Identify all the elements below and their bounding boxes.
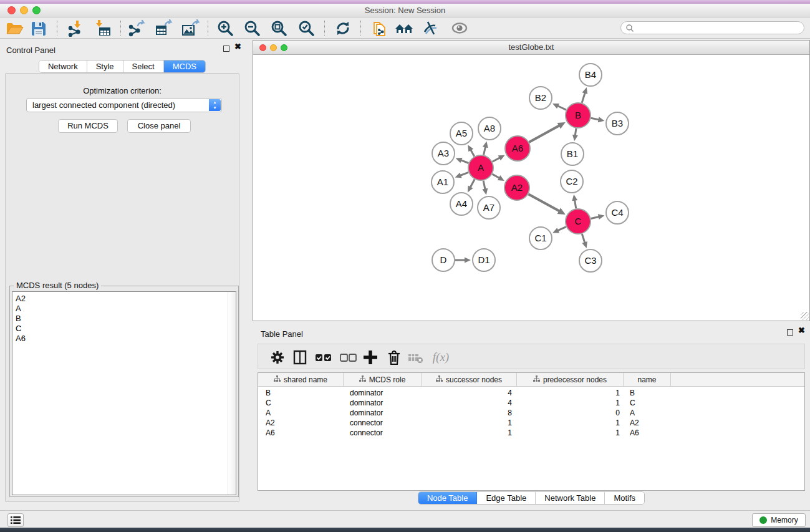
run-mcds-button[interactable]: Run MCDS (58, 119, 118, 133)
new-network-from-selection-icon[interactable] (370, 19, 389, 37)
add-column-icon[interactable] (361, 348, 380, 367)
save-session-icon[interactable] (29, 19, 48, 37)
zoom-out-icon[interactable] (243, 19, 262, 37)
table-row[interactable]: Bdominator41B (258, 388, 804, 398)
table-cell[interactable]: 1 (422, 428, 517, 437)
table-cell[interactable]: 1 (517, 428, 624, 437)
mcds-result-item[interactable]: A (12, 304, 236, 314)
tab-node-table[interactable]: Node Table (418, 492, 478, 504)
table-cell[interactable]: dominator (344, 409, 422, 417)
column-header-name[interactable]: name (624, 373, 671, 386)
minimize-window-light[interactable] (20, 6, 28, 14)
graph-edge-A-A2[interactable] (492, 174, 499, 178)
table-cell[interactable]: 1 (517, 389, 624, 397)
tab-mcds[interactable]: MCDS (164, 60, 205, 72)
zoom-in-icon[interactable] (216, 19, 235, 37)
graph-edge-A-A1[interactable] (460, 172, 468, 175)
table-cell[interactable]: 1 (422, 418, 517, 427)
node-table[interactable]: shared nameMCDS rolesuccessor nodesprede… (258, 372, 805, 491)
graph-edge-A-A7[interactable] (483, 181, 485, 190)
open-file-icon[interactable] (5, 19, 24, 37)
graph-edge-A2-C[interactable] (528, 194, 560, 211)
scrollbar[interactable] (228, 292, 236, 495)
table-cell[interactable]: B (258, 389, 344, 397)
settings-gear-icon[interactable] (268, 348, 287, 367)
graph-edge-C-C2[interactable] (574, 200, 576, 209)
tab-style[interactable]: Style (87, 60, 123, 72)
close-panel-button[interactable]: Close panel (127, 119, 191, 133)
import-network-icon[interactable] (66, 19, 85, 37)
table-cell[interactable]: connector (344, 418, 422, 427)
tab-network[interactable]: Network (39, 60, 87, 72)
table-cell[interactable]: 0 (517, 409, 624, 417)
deselect-all-icon[interactable] (339, 348, 358, 367)
table-cell[interactable]: B (624, 389, 671, 397)
table-row[interactable]: Cdominator41C (258, 398, 804, 408)
table-row[interactable]: Adominator80A (258, 408, 804, 418)
table-row[interactable]: A6connector11A6 (258, 428, 804, 438)
search-input[interactable] (634, 24, 796, 32)
minimize-view-light[interactable] (270, 44, 277, 51)
optimization-select[interactable]: largest connected component (directed) ▲… (26, 98, 222, 112)
export-image-icon[interactable] (181, 19, 200, 37)
graph-edge-A-A3[interactable] (460, 160, 468, 163)
delete-table-icon[interactable] (407, 348, 425, 367)
zoom-selected-icon[interactable] (297, 19, 316, 37)
graph-edge-B-B4[interactable] (582, 92, 585, 103)
graph-edge-A-A8[interactable] (484, 146, 486, 155)
column-header-successor-nodes[interactable]: successor nodes (422, 373, 517, 386)
mcds-result-list[interactable]: A2ABCA6 (12, 291, 236, 495)
mcds-result-item[interactable]: C (12, 324, 236, 334)
show-graphics-details-icon[interactable] (450, 19, 469, 37)
graph-edge-A-A4[interactable] (470, 180, 475, 188)
memory-button[interactable]: Memory (752, 513, 806, 527)
column-header-predecessor-nodes[interactable]: predecessor nodes (517, 373, 624, 386)
table-cell[interactable]: 4 (422, 399, 517, 407)
table-cell[interactable]: A6 (624, 428, 671, 437)
table-cell[interactable]: A2 (258, 418, 344, 427)
tab-edge-table[interactable]: Edge Table (477, 492, 536, 504)
table-cell[interactable]: C (258, 399, 344, 407)
float-panel-icon[interactable] (223, 46, 229, 52)
table-cell[interactable]: connector (344, 428, 422, 437)
close-panel-icon[interactable]: ✖ (234, 42, 241, 51)
close-view-light[interactable] (259, 44, 266, 51)
delete-icon[interactable] (385, 348, 403, 367)
zoom-window-light[interactable] (32, 6, 41, 14)
column-header-MCDS-role[interactable]: MCDS role (344, 373, 422, 386)
table-cell[interactable]: A2 (624, 418, 671, 427)
table-cell[interactable]: A (624, 409, 671, 417)
mcds-result-item[interactable]: A2 (12, 294, 236, 304)
tab-motifs[interactable]: Motifs (605, 492, 644, 504)
table-cell[interactable]: C (624, 399, 671, 407)
table-cell[interactable]: dominator (344, 399, 422, 407)
export-network-icon[interactable] (127, 19, 146, 37)
tab-select[interactable]: Select (123, 60, 164, 72)
network-canvas[interactable]: B4B2BB3A5A8A6B1A3AA1C2A2A4A7C4CC1C3DD1 (253, 55, 809, 321)
table-cell[interactable]: 1 (517, 418, 624, 427)
graph-edge-B-B2[interactable] (557, 105, 566, 110)
table-cell[interactable]: 4 (422, 389, 517, 397)
table-cell[interactable]: 1 (517, 399, 624, 407)
graph-edge-C-C3[interactable] (582, 234, 585, 243)
network-graph[interactable]: B4B2BB3A5A8A6B1A3AA1C2A2A4A7C4CC1C3DD1 (253, 55, 809, 321)
search-field[interactable] (620, 21, 804, 34)
graph-edge-C-C1[interactable] (557, 227, 566, 231)
table-row[interactable]: A2connector11A2 (258, 418, 804, 428)
export-table-icon[interactable] (154, 19, 173, 37)
tab-network-table[interactable]: Network Table (536, 492, 605, 504)
zoom-fit-icon[interactable] (270, 19, 289, 37)
task-history-button[interactable] (7, 513, 24, 527)
show-all-networks-icon[interactable] (395, 19, 413, 37)
graph-edge-C-C4[interactable] (591, 216, 599, 218)
table-cell[interactable]: dominator (344, 389, 422, 397)
show-column-panel-icon[interactable] (291, 348, 309, 367)
zoom-view-light[interactable] (281, 44, 287, 51)
mcds-result-item[interactable]: B (12, 314, 236, 324)
select-all-icon[interactable] (314, 348, 333, 367)
graph-edge-B-B3[interactable] (591, 118, 600, 120)
column-header-shared-name[interactable]: shared name (258, 373, 344, 386)
mcds-result-item[interactable]: A6 (12, 334, 236, 344)
table-cell[interactable]: A (258, 409, 344, 417)
float-table-panel-icon[interactable] (787, 329, 793, 336)
